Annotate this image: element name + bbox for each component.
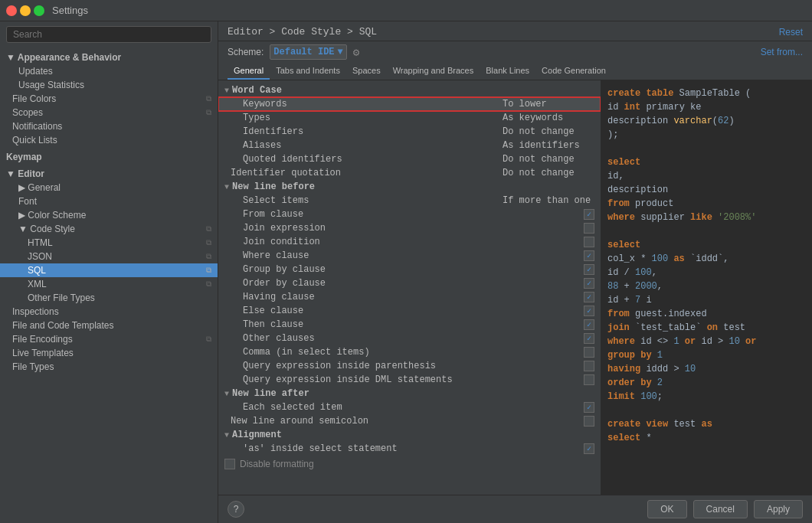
row-quoted-identifiers[interactable]: Quoted identifiers Do not change (218, 152, 601, 166)
code-line: select (607, 155, 806, 169)
sidebar-item-scopes[interactable]: Scopes ⧉ (0, 106, 218, 119)
row-comma-select[interactable]: Comma (in select items) (218, 345, 601, 359)
semicolon-checkbox[interactable] (584, 416, 594, 427)
join-condition-checkbox[interactable] (584, 237, 594, 247)
scheme-value: Default IDE (273, 47, 334, 57)
order-by-checkbox[interactable] (584, 278, 594, 289)
sidebar-item-appearance-behavior[interactable]: ▼ Appearance & Behavior (0, 51, 218, 64)
disable-formatting-row[interactable]: Disable formatting (218, 456, 601, 472)
row-identifiers[interactable]: Identifiers Do not change (218, 125, 601, 139)
tab-blank-lines[interactable]: Blank Lines (480, 63, 535, 80)
sidebar-item-editor[interactable]: ▼ Editor (0, 167, 218, 181)
sidebar-item-quick-lists[interactable]: Quick Lists (0, 133, 218, 147)
content-area: Editor > Code Style > SQL Reset Scheme: … (218, 21, 812, 523)
scheme-select[interactable]: Default IDE ▼ (270, 44, 346, 60)
sidebar-item-notifications[interactable]: Notifications (0, 119, 218, 133)
group-by-checkbox[interactable] (584, 264, 594, 275)
sidebar-item-file-code-templates[interactable]: File and Code Templates (0, 319, 218, 332)
tab-spaces[interactable]: Spaces (346, 63, 387, 80)
where-clause-checkbox[interactable] (584, 250, 594, 261)
sidebar-item-usage-statistics[interactable]: Usage Statistics (0, 78, 218, 92)
minimize-button[interactable] (20, 5, 31, 16)
row-order-by-clause[interactable]: Order by clause (218, 276, 601, 290)
from-clause-checkbox[interactable] (584, 209, 594, 220)
sidebar-item-other-file-types[interactable]: Other File Types (0, 291, 218, 305)
row-else-clause[interactable]: Else clause (218, 304, 601, 318)
row-aliases[interactable]: Aliases As identifiers (218, 139, 601, 152)
else-clause-checkbox[interactable] (584, 306, 594, 316)
maximize-button[interactable] (34, 5, 44, 16)
sidebar-item-general[interactable]: ▶ General (0, 181, 218, 194)
gear-icon[interactable]: ⚙ (353, 46, 359, 59)
code-line: id + 7 i (607, 293, 806, 307)
section-new-line-before[interactable]: ▼ New line before (218, 180, 601, 194)
sidebar-item-code-style[interactable]: ▼ Code Style ⧉ (0, 222, 218, 236)
tab-wrapping-braces[interactable]: Wrapping and Braces (387, 63, 480, 80)
row-from-clause[interactable]: From clause (218, 208, 601, 221)
sidebar-item-font[interactable]: Font (0, 194, 218, 208)
sidebar-item-xml[interactable]: XML ⧉ (0, 277, 218, 291)
row-group-by-clause[interactable]: Group by clause (218, 263, 601, 276)
code-line: group by 1 (607, 348, 806, 362)
row-each-selected-item[interactable]: Each selected item (218, 400, 601, 414)
row-then-clause[interactable]: Then clause (218, 318, 601, 332)
as-inside-checkbox[interactable] (584, 443, 594, 454)
sidebar-item-color-scheme[interactable]: ▶ Color Scheme (0, 208, 218, 222)
tab-tabs-indents[interactable]: Tabs and Indents (270, 63, 346, 80)
row-query-dml[interactable]: Query expression inside DML statements (218, 373, 601, 387)
code-line: limit 100; (607, 390, 806, 404)
ok-button[interactable]: OK (647, 500, 686, 518)
sidebar-item-file-types[interactable]: File Types (0, 360, 218, 374)
section-alignment[interactable]: ▼ Alignment (218, 428, 601, 442)
row-join-expression[interactable]: Join expression (218, 221, 601, 235)
set-from-link[interactable]: Set from... (761, 47, 803, 57)
comma-select-checkbox[interactable] (584, 347, 594, 358)
disable-formatting-checkbox[interactable] (224, 459, 235, 469)
row-join-condition[interactable]: Join condition (218, 235, 601, 249)
sidebar-item-updates[interactable]: Updates (0, 64, 218, 78)
sidebar-item-live-templates[interactable]: Live Templates (0, 346, 218, 360)
then-clause-checkbox[interactable] (584, 319, 594, 330)
query-dml-checkbox[interactable] (584, 374, 594, 385)
code-line: create table SampleTable ( (607, 87, 806, 100)
sidebar-item-inspections[interactable]: Inspections (0, 305, 218, 319)
sidebar-item-json[interactable]: JSON ⧉ (0, 250, 218, 263)
row-select-items[interactable]: Select items If more than one (218, 194, 601, 208)
sidebar-item-keymap[interactable]: Keymap (0, 150, 218, 164)
help-button[interactable]: ? (228, 501, 244, 518)
tab-code-generation[interactable]: Code Generation (535, 63, 612, 80)
sidebar-item-html[interactable]: HTML ⧉ (0, 236, 218, 250)
row-new-line-semicolon[interactable]: New line around semicolon (218, 414, 601, 428)
join-expression-checkbox[interactable] (584, 223, 594, 234)
code-line: from product (607, 197, 806, 211)
row-types[interactable]: Types As keywords (218, 111, 601, 125)
code-line: 88 + 2000, (607, 279, 806, 293)
search-input[interactable] (6, 26, 211, 43)
row-as-inside-select[interactable]: 'as' inside select statement (218, 442, 601, 456)
section-new-line-after[interactable]: ▼ New line after (218, 387, 601, 400)
copy-icon: ⧉ (206, 238, 211, 247)
sidebar-item-file-encodings[interactable]: File Encodings ⧉ (0, 332, 218, 346)
breadcrumb: Editor > Code Style > SQL (228, 26, 377, 38)
section-word-case[interactable]: ▼ Word Case (218, 83, 601, 97)
other-clauses-checkbox[interactable] (584, 333, 594, 344)
tab-general[interactable]: General (228, 63, 270, 80)
each-selected-checkbox[interactable] (584, 402, 594, 413)
close-button[interactable] (6, 5, 17, 16)
row-where-clause[interactable]: Where clause (218, 249, 601, 263)
code-line: id int primary ke (607, 100, 806, 114)
row-having-clause[interactable]: Having clause (218, 290, 601, 304)
title-bar: Settings (0, 0, 812, 21)
sidebar-item-file-colors[interactable]: File Colors ⧉ (0, 92, 218, 106)
row-identifier-quotation[interactable]: Identifier quotation Do not change (218, 166, 601, 180)
bottom-right: OK Cancel Apply (647, 500, 803, 518)
cancel-button[interactable]: Cancel (693, 500, 748, 518)
having-clause-checkbox[interactable] (584, 292, 594, 302)
apply-button[interactable]: Apply (754, 500, 803, 518)
reset-link[interactable]: Reset (779, 27, 803, 38)
row-other-clauses[interactable]: Other clauses (218, 332, 601, 345)
row-keywords[interactable]: Keywords To lower (218, 97, 601, 111)
query-parenthesis-checkbox[interactable] (584, 361, 594, 371)
row-query-parenthesis[interactable]: Query expression inside parenthesis (218, 359, 601, 373)
sidebar-item-sql[interactable]: SQL ⧉ (0, 263, 218, 277)
